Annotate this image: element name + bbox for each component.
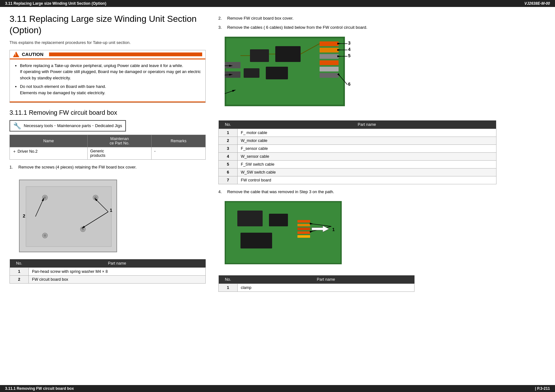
rpt2-row-1: 1 clamp — [219, 284, 415, 292]
svg-point-3 — [44, 196, 46, 199]
rpt1-row-7: 7 FW control board — [219, 176, 496, 184]
main-content: 3.11 Replacing Large size Winding Unit S… — [0, 7, 555, 313]
svg-point-7 — [44, 234, 46, 237]
svg-rect-51 — [297, 220, 310, 223]
svg-text:3: 3 — [348, 40, 351, 46]
step-1: 1. Remove the screws (4 pieces) retainin… — [9, 165, 206, 169]
tools-icon: 🔧 — [13, 122, 21, 130]
tools-row-1: ＋ Driver No.2 Genericproducts - — [10, 147, 206, 160]
svg-rect-25 — [320, 67, 339, 71]
section-3111-title: 3.11.1 Removing FW circuit board box — [9, 109, 206, 116]
rpt2-col-name: Part name — [238, 275, 415, 284]
svg-rect-18 — [275, 46, 301, 62]
svg-rect-17 — [250, 49, 269, 62]
step-4-num: 4. — [218, 189, 225, 194]
caution-item-1: Before replacing a Take-up device periph… — [20, 63, 201, 81]
svg-rect-52 — [297, 224, 310, 226]
step-2-num: 2. — [218, 16, 225, 21]
tools-name: ＋ Driver No.2 — [10, 147, 88, 160]
step-2-text: Remove FW circuit board box cover. — [227, 16, 546, 21]
left-parts-table: No. Part name 1 Pan-head screw with spri… — [9, 259, 206, 284]
step-3-text: Remove the cables ( 6 cables) listed bel… — [227, 25, 546, 30]
rpt1-no-1: 1 — [219, 129, 238, 137]
svg-text:4: 4 — [348, 47, 351, 52]
svg-rect-26 — [320, 73, 339, 78]
step-4-text: Remove the cable that was removed in Ste… — [227, 189, 546, 194]
svg-rect-55 — [297, 235, 310, 238]
svg-rect-28 — [225, 71, 240, 78]
left-parts-row-2: 2 FW circuit board box — [10, 276, 206, 284]
rpt1-col-name: Part name — [238, 120, 496, 129]
left-parts-col-no: No. — [10, 259, 29, 268]
step-3-num: 3. — [218, 25, 225, 30]
rpt2-col-no: No. — [219, 275, 238, 284]
circuit-image-bottom: 1 — [225, 201, 358, 271]
header-right: VJ2638E-M-00 — [524, 1, 550, 6]
svg-text:5: 5 — [348, 53, 351, 58]
screw-image: 2 1 — [19, 180, 117, 252]
svg-rect-49 — [269, 214, 288, 226]
step-1-text: Remove the screws (4 pieces) retaining t… — [18, 165, 206, 169]
svg-rect-54 — [297, 231, 310, 234]
svg-rect-22 — [320, 48, 339, 52]
tools-remarks: - — [152, 147, 206, 160]
rpt1-no-5: 5 — [219, 161, 238, 168]
header-left: 3.11 Replacing Large size Winding Unit S… — [5, 1, 106, 6]
tools-col-name: Name — [10, 135, 88, 147]
svg-rect-53 — [297, 228, 310, 230]
svg-rect-1 — [26, 187, 111, 247]
footer-right: | P.3-211 — [535, 386, 550, 391]
tools-col-remarks: Remarks — [152, 135, 206, 147]
rpt1-row-6: 6 W_SW switch cable — [219, 168, 496, 176]
svg-rect-27 — [225, 62, 240, 68]
svg-rect-48 — [237, 211, 263, 226]
rpt1-name-6: W_SW switch cable — [238, 168, 496, 176]
footer-bar: 3.11.1 Removing FW circuit board box | P… — [0, 385, 555, 392]
right-parts-table-2: No. Part name 1 clamp — [218, 275, 415, 292]
rpt1-no-6: 6 — [219, 168, 238, 176]
svg-text:6: 6 — [348, 82, 351, 87]
rpt2-name-1: clamp — [238, 284, 415, 292]
footer-left: 3.11.1 Removing FW circuit board box — [5, 386, 74, 391]
svg-point-5 — [94, 196, 97, 199]
rpt1-row-2: 2 W_motor cable — [219, 137, 496, 145]
caution-body: Before replacing a Take-up device periph… — [10, 59, 205, 103]
screw-image-wrap: 2 1 — [19, 176, 117, 255]
left-parts-no-1: 1 — [10, 268, 29, 276]
rpt1-name-4: W_sensor cable — [238, 153, 496, 161]
rpt1-row-4: 4 W_sensor cable — [219, 153, 496, 161]
right-parts-table-1: No. Part name 1 F_ motor cable 2 W_motor… — [218, 120, 496, 184]
svg-rect-24 — [320, 60, 339, 65]
step-3: 3. Remove the cables ( 6 cables) listed … — [218, 25, 546, 30]
left-parts-name-1: Pan-head screw with spring washer M4 × 8 — [29, 268, 206, 276]
rpt1-row-3: 3 F_sensor cable — [219, 145, 496, 153]
circuit-image-top: 7 1 2 3 4 5 6 — [225, 37, 358, 116]
tools-table: Name Maintenance Part No. Remarks ＋ Driv… — [9, 135, 206, 160]
circuit-image-bottom-wrap: 1 — [225, 201, 358, 272]
page-title: 3.11 Replacing Large size Winding Unit S… — [9, 13, 206, 36]
svg-rect-19 — [244, 68, 259, 78]
caution-box: CAUTION Before replacing a Take-up devic… — [9, 50, 206, 103]
left-parts-col-name: Part name — [29, 259, 206, 268]
rpt1-no-3: 3 — [219, 145, 238, 153]
rpt1-no-4: 4 — [219, 153, 238, 161]
page-subtitle: This explains the replacement procedures… — [9, 40, 206, 45]
caution-triangle-icon — [13, 52, 19, 57]
rpt1-no-7: 7 — [219, 176, 238, 184]
left-parts-name-2: FW circuit board box — [29, 276, 206, 284]
caution-list: Before replacing a Take-up device periph… — [14, 63, 201, 96]
left-parts-row-1: 1 Pan-head screw with spring washer M4 ×… — [10, 268, 206, 276]
svg-rect-23 — [320, 54, 339, 59]
rpt1-row-1: 1 F_ motor cable — [219, 129, 496, 137]
screw-svg: 2 1 — [20, 180, 117, 252]
step-1-num: 1. — [9, 165, 16, 169]
svg-text:1: 1 — [332, 227, 335, 232]
rpt1-col-no: No. — [219, 120, 238, 129]
right-column: 2. Remove FW circuit board box cover. 3.… — [218, 13, 546, 297]
circuit-image-top-wrap: 7 1 2 3 4 5 6 — [225, 37, 358, 117]
left-parts-no-2: 2 — [10, 276, 29, 284]
rpt1-no-2: 2 — [219, 137, 238, 145]
step-2: 2. Remove FW circuit board box cover. — [218, 16, 546, 21]
tools-label: Necessary tools・Maintenance parts・Dedica… — [24, 123, 122, 129]
tools-box: 🔧 Necessary tools・Maintenance parts・Dedi… — [9, 120, 126, 132]
